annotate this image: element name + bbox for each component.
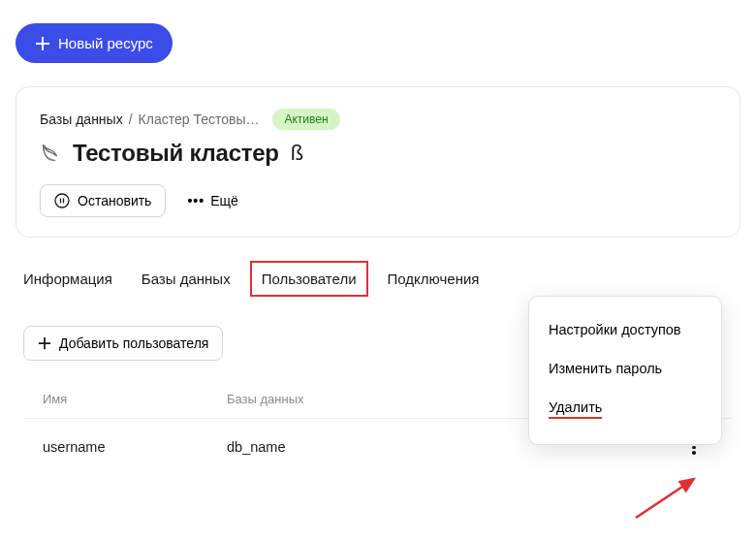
- annotation-arrow-icon: [632, 473, 709, 522]
- column-header-name: Имя: [43, 392, 227, 406]
- breadcrumb-separator: /: [129, 112, 133, 127]
- add-user-button[interactable]: Добавить пользователя: [23, 326, 223, 361]
- svg-point-0: [55, 194, 69, 207]
- more-label: Ещё: [210, 193, 238, 208]
- tab-databases[interactable]: Базы данных: [142, 261, 231, 297]
- tab-users[interactable]: Пользователи: [250, 261, 368, 297]
- svg-line-3: [636, 479, 694, 518]
- breadcrumb-current: Кластер Тестовы…: [139, 112, 260, 127]
- database-icon: [40, 143, 61, 164]
- popover-item-delete[interactable]: Удалить: [529, 388, 721, 430]
- more-button[interactable]: ••• Ещё: [181, 185, 243, 216]
- plus-icon: [35, 36, 50, 51]
- cluster-header-card: Базы данных / Кластер Тестовы… Активен Т…: [16, 86, 740, 238]
- breadcrumb: Базы данных / Кластер Тестовы… Активен: [40, 109, 716, 130]
- pause-icon: [54, 193, 70, 208]
- stop-label: Остановить: [78, 193, 151, 208]
- tabs: Информация Базы данных Пользователи Подк…: [23, 261, 733, 297]
- popover-item-access[interactable]: Настройки доступов: [529, 310, 721, 349]
- status-badge: Активен: [272, 109, 339, 130]
- row-actions-popover: Настройки доступов Изменить пароль Удали…: [528, 296, 722, 445]
- breadcrumb-root[interactable]: Базы данных: [40, 112, 123, 127]
- cell-username: username: [43, 439, 227, 455]
- page-title: Тестовый кластер: [73, 140, 279, 167]
- plus-icon: [38, 336, 51, 350]
- stop-button[interactable]: Остановить: [40, 184, 166, 217]
- ellipsis-icon: •••: [187, 193, 205, 208]
- popover-item-delete-label: Удалить: [549, 399, 602, 419]
- new-resource-button[interactable]: Новый ресурс: [16, 23, 173, 63]
- tab-info[interactable]: Информация: [23, 261, 112, 297]
- tab-connections[interactable]: Подключения: [388, 261, 480, 297]
- popover-item-password[interactable]: Изменить пароль: [529, 349, 721, 388]
- new-resource-label: Новый ресурс: [58, 35, 153, 51]
- beta-badge: ß: [291, 141, 303, 166]
- add-user-label: Добавить пользователя: [59, 335, 208, 351]
